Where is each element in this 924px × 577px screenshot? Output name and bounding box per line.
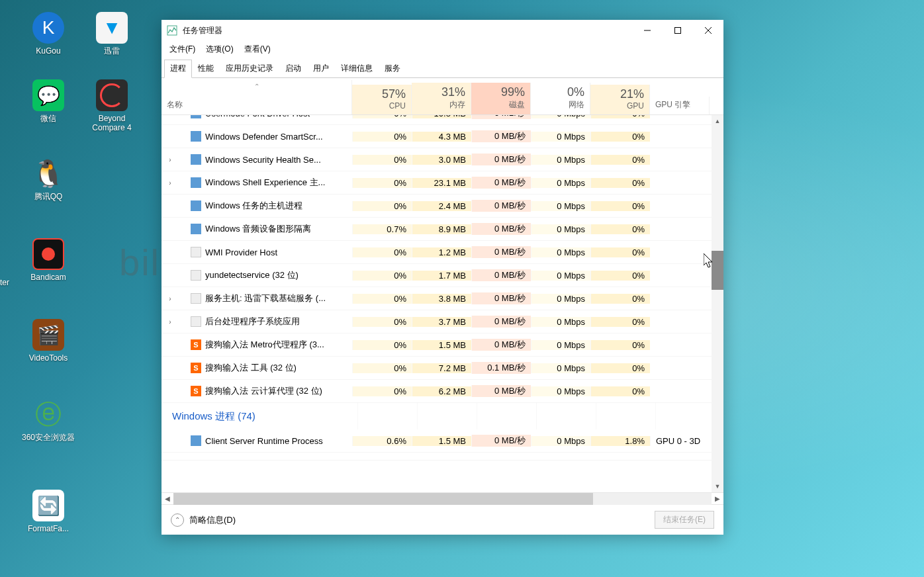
expand-icon[interactable]: › (167, 318, 173, 326)
desktop-icon-beyondcompare4[interactable]: Beyond Compare 4 (82, 79, 142, 133)
cell-cpu: 0.6% (352, 436, 412, 446)
process-row[interactable]: Windows 任务的主机进程0%2.4 MB0 MB/秒0 Mbps0% (162, 195, 712, 218)
desktop-icon-360[interactable]: ⓔ360安全浏览器 (19, 398, 78, 442)
minimize-button[interactable] (632, 20, 663, 41)
cell-network: 0 Mbps (531, 247, 590, 257)
process-row[interactable]: ›Windows Security Health Se...0%3.0 MB0 … (162, 148, 712, 171)
header-gpu-engine[interactable]: GPU 引擎 (650, 97, 710, 114)
header-memory[interactable]: 31% 内存 (412, 83, 471, 114)
scroll-right-icon[interactable]: ▶ (712, 493, 723, 505)
cell-gpu: 0% (590, 115, 650, 118)
desktop-icon-[interactable]: 💬微信 (19, 79, 78, 123)
tab-2[interactable]: 应用历史记录 (220, 60, 279, 77)
tab-3[interactable]: 启动 (279, 60, 307, 77)
process-row[interactable]: S搜狗输入法 云计算代理 (32 位)0%6.2 MB0 MB/秒0 Mbps0… (162, 380, 712, 403)
cell-gpu: 0% (590, 155, 650, 165)
process-icon (191, 177, 201, 188)
process-row[interactable]: Client Server Runtime Process0.6%1.5 MB0… (162, 429, 712, 453)
process-icon: S (191, 363, 201, 373)
header-gpu[interactable]: 21% GPU (590, 85, 650, 114)
cell-network: 0 Mbps (531, 436, 590, 446)
process-name: Windows 任务的主机进程 (205, 200, 302, 212)
process-row[interactable]: Windows 音频设备图形隔离0.7%8.9 MB0 MB/秒0 Mbps0% (162, 218, 712, 241)
chevron-up-icon: ⌃ (171, 513, 184, 527)
process-row[interactable]: S搜狗输入法 Metro代理程序 (3...0%1.5 MB0 MB/秒0 Mb… (162, 333, 712, 357)
expand-icon[interactable]: › (167, 156, 173, 163)
cell-memory: 8.9 MB (412, 224, 471, 234)
column-headers: ⌃ 名称 57% CPU 31% 内存 99% 磁盘 0% 网络 21% GPU… (162, 78, 723, 115)
process-section-header[interactable]: Windows 进程 (74) (162, 403, 712, 429)
cell-gpu: 0% (590, 294, 650, 304)
process-row[interactable]: Usermode Font Driver Host0%10.3 MB0 MB/秒… (162, 115, 712, 125)
tab-4[interactable]: 用户 (307, 60, 335, 77)
cell-gpu: 0% (590, 317, 650, 327)
process-name: Windows Shell Experience 主... (205, 177, 325, 189)
scroll-left-icon[interactable]: ◀ (162, 493, 173, 505)
titlebar[interactable]: 任务管理器 (162, 20, 723, 41)
process-row[interactable]: ›后台处理程序子系统应用0%3.7 MB0 MB/秒0 Mbps0% (162, 310, 712, 333)
cell-cpu: 0% (352, 317, 412, 327)
close-button[interactable] (693, 20, 723, 41)
maximize-button[interactable] (663, 20, 693, 41)
desktop-icon-[interactable]: ▼迅雷 (82, 12, 142, 56)
process-name: Windows Defender SmartScr... (205, 132, 323, 142)
process-row[interactable]: WMI Provider Host0%1.2 MB0 MB/秒0 Mbps0% (162, 241, 712, 264)
cell-memory: 1.5 MB (412, 436, 471, 446)
desktop-icon-bandicam[interactable]: Bandicam (19, 238, 78, 282)
process-row[interactable]: ›Windows Shell Experience 主...0%23.1 MB0… (162, 171, 712, 195)
end-task-button[interactable]: 结束任务(E) (655, 511, 714, 529)
expand-icon[interactable]: › (167, 179, 173, 187)
header-cpu[interactable]: 57% CPU (352, 85, 412, 114)
scroll-thumb[interactable] (712, 251, 723, 290)
desktop-icon-qq[interactable]: 🐧腾讯QQ (19, 157, 78, 201)
icon-label: 微信 (40, 114, 56, 123)
icon-label: VideoTools (29, 353, 68, 363)
hscroll-thumb[interactable] (173, 493, 593, 505)
cell-cpu: 0% (352, 247, 412, 257)
scroll-down-icon[interactable]: ▼ (712, 480, 723, 492)
tab-0[interactable]: 进程 (164, 60, 192, 78)
app-icon: 💬 (32, 79, 64, 111)
desktop-icon-formatfa[interactable]: 🔄FormatFa... (19, 490, 78, 533)
expand-icon[interactable]: › (167, 295, 173, 302)
hscroll-track[interactable] (173, 493, 712, 505)
header-name[interactable]: ⌃ 名称 (162, 80, 352, 114)
tab-5[interactable]: 详细信息 (335, 60, 379, 77)
header-network[interactable]: 0% 网络 (531, 83, 590, 114)
header-disk[interactable]: 99% 磁盘 (471, 83, 531, 114)
tab-6[interactable]: 服务 (379, 60, 406, 77)
cell-memory: 2.4 MB (412, 201, 471, 211)
cell-network: 0 Mbps (531, 115, 590, 118)
desktop-icon-videotools[interactable]: 🎬VideoTools (19, 319, 78, 363)
cell-network: 0 Mbps (531, 155, 590, 165)
process-name: Windows 音频设备图形隔离 (205, 223, 311, 235)
icon-label: KuGou (36, 46, 60, 56)
vertical-scrollbar[interactable]: ▲ ▼ (712, 115, 723, 492)
cell-network: 0 Mbps (531, 201, 590, 211)
horizontal-scrollbar[interactable]: ◀ ▶ (162, 492, 723, 504)
cell-memory: 1.2 MB (412, 247, 471, 257)
cell-memory: 4.3 MB (412, 132, 471, 142)
menu-file[interactable]: 文件(F) (164, 42, 201, 56)
process-row[interactable]: S搜狗输入法 工具 (32 位)0%7.2 MB0.1 MB/秒0 Mbps0% (162, 357, 712, 380)
scroll-up-icon[interactable]: ▲ (712, 115, 723, 127)
process-row[interactable]: yundetectservice (32 位)0%1.7 MB0 MB/秒0 M… (162, 264, 712, 287)
menu-options[interactable]: 选项(O) (201, 42, 238, 56)
process-name: 搜狗输入法 Metro代理程序 (3... (205, 339, 324, 351)
desktop-icon-kugou[interactable]: KKuGou (19, 12, 78, 56)
cell-gpu: 1.8% (590, 436, 650, 446)
process-row[interactable] (162, 453, 712, 461)
fewer-details-button[interactable]: ⌃ 简略信息(D) (171, 513, 236, 527)
cell-cpu: 0% (352, 178, 412, 188)
process-icon (191, 270, 201, 281)
cell-gpu: 0% (590, 271, 650, 281)
process-row[interactable]: ›服务主机: 迅雷下载基础服务 (...0%3.8 MB0 MB/秒0 Mbps… (162, 287, 712, 310)
tabbar: 进程性能应用历史记录启动用户详细信息服务 (162, 57, 723, 78)
process-icon (191, 200, 201, 211)
scroll-track[interactable] (712, 127, 723, 480)
icon-label: Beyond Compare 4 (82, 114, 142, 133)
menu-view[interactable]: 查看(V) (239, 42, 276, 56)
app-icon: K (32, 12, 64, 44)
process-row[interactable]: Windows Defender SmartScr...0%4.3 MB0 MB… (162, 125, 712, 148)
tab-1[interactable]: 性能 (192, 60, 220, 77)
